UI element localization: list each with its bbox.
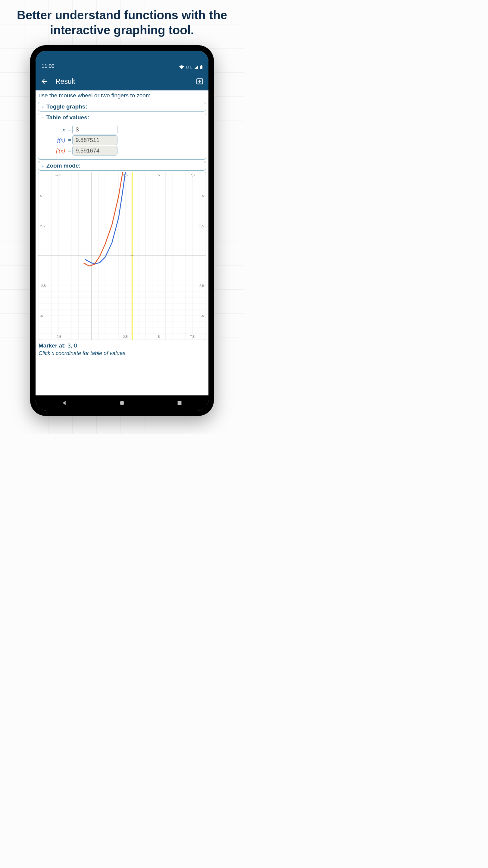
svg-rect-0 (200, 66, 202, 69)
svg-text:7,5: 7,5 (190, 173, 195, 177)
zoom-hint-text: use the mouse wheel or two fingers to zo… (36, 90, 208, 101)
promo-headline: Better understand functions with the int… (0, 0, 244, 45)
svg-text:-5: -5 (201, 314, 204, 318)
phone-frame: 11:00 LTE Result use the m (30, 45, 214, 416)
svg-text:7,5: 7,5 (190, 335, 195, 338)
svg-text:-2,5: -2,5 (40, 284, 46, 287)
open-in-browser-icon[interactable] (196, 78, 204, 85)
svg-rect-1 (201, 65, 202, 66)
battery-icon (200, 65, 202, 69)
app-bar: Result (36, 72, 208, 90)
svg-text:5: 5 (202, 194, 204, 198)
app-bar-title: Result (56, 78, 75, 86)
marker-x-value[interactable]: 3 (67, 342, 71, 349)
svg-text:2,5: 2,5 (199, 224, 204, 228)
minus-icon: − (41, 115, 44, 121)
x-input[interactable] (72, 125, 118, 134)
svg-text:-2,5: -2,5 (56, 173, 61, 177)
plus-icon: + (41, 104, 44, 110)
table-values-label: Table of values: (46, 114, 89, 121)
svg-text:2,5: 2,5 (123, 335, 128, 338)
toggle-graphs-label: Toggle graphs: (46, 103, 87, 110)
toggle-graphs-header[interactable]: + Toggle graphs: (38, 102, 206, 111)
back-arrow-icon[interactable] (40, 78, 48, 85)
nav-recent-icon[interactable] (176, 400, 183, 406)
zoom-mode-label: Zoom mode: (46, 162, 81, 169)
signal-icon (194, 65, 198, 69)
marker-info: Marker at: 3, 0 (36, 341, 208, 350)
svg-text:2,5: 2,5 (40, 224, 44, 228)
svg-rect-79 (178, 401, 182, 405)
content-area: use the mouse wheel or two fingers to zo… (36, 90, 208, 396)
svg-text:-5: -5 (40, 314, 43, 318)
svg-text:-2,5: -2,5 (56, 335, 61, 338)
fx-output (72, 135, 118, 145)
table-values-panel: − Table of values: x = f(x) = (38, 113, 206, 160)
fx-label: f(x) (41, 137, 67, 144)
plus-icon: + (41, 163, 44, 169)
svg-text:5: 5 (40, 194, 42, 198)
graph-area[interactable]: -2,5-2,52,52,5557,57,5-5-5-2,5-2,52,52,5… (38, 172, 206, 340)
svg-text:5: 5 (158, 173, 160, 177)
svg-text:5: 5 (158, 335, 160, 338)
marker-hint: Click x coordinate for table of values. (36, 350, 208, 358)
table-row: f(x) = (41, 135, 203, 145)
svg-point-78 (120, 401, 124, 405)
status-bar: 11:00 LTE (36, 51, 208, 72)
table-values-header[interactable]: − Table of values: (38, 113, 206, 122)
android-nav-bar (36, 396, 208, 410)
toggle-graphs-panel: + Toggle graphs: (38, 102, 206, 112)
nav-back-icon[interactable] (61, 400, 68, 406)
zoom-mode-panel: + Zoom mode: (38, 161, 206, 170)
network-label: LTE (186, 65, 192, 69)
x-label: x (41, 126, 67, 133)
function-plot[interactable]: -2,5-2,52,52,5557,57,5-5-5-2,5-2,52,52,5… (38, 172, 206, 340)
status-time: 11:00 (41, 63, 55, 69)
fprime-label: f'(x) (41, 147, 67, 154)
marker-y-value: 0 (74, 342, 77, 349)
wifi-icon (179, 65, 184, 69)
table-row: f'(x) = (41, 146, 203, 156)
table-row: x = (41, 125, 203, 134)
nav-home-icon[interactable] (119, 400, 125, 406)
fprime-output (72, 146, 118, 156)
zoom-mode-header[interactable]: + Zoom mode: (38, 161, 206, 170)
svg-text:-2,5: -2,5 (198, 284, 204, 287)
